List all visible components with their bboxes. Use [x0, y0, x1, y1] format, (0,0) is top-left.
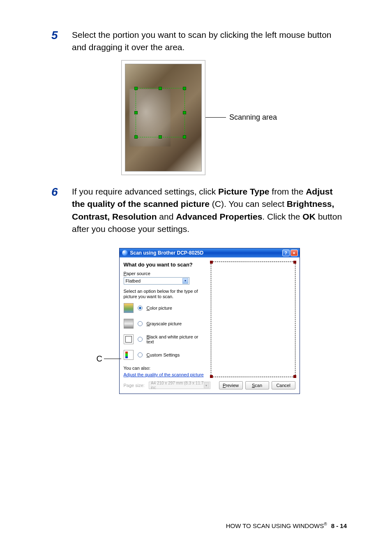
you-can-also-label: You can also:	[124, 366, 206, 371]
dialog-preview-pane[interactable]	[211, 262, 295, 378]
callout-c-marker: C	[97, 354, 121, 364]
t: Picture Type	[218, 187, 269, 196]
page-content: 5 Select the portion you want to scan by…	[0, 0, 392, 394]
paper-source-label: Paper source	[124, 271, 206, 276]
c-letter: C	[97, 354, 102, 364]
scan-dialog: Scan using Brother DCP-8025D ? × What do…	[119, 248, 300, 394]
dialog-title: Scan using Brother DCP-8025D	[130, 250, 204, 256]
option-custom-settings[interactable]: Custom Settings	[124, 350, 206, 360]
t: Advanced Properties	[176, 212, 262, 221]
option-label: Grayscale picture	[147, 321, 182, 326]
option-label: Black and white picture or text	[147, 334, 206, 344]
radio-color-picture[interactable]	[138, 306, 143, 310]
page-size-label: Page size:	[124, 383, 145, 388]
radio-custom-settings[interactable]	[138, 352, 143, 357]
dialog-body: What do you want to scan? Paper source F…	[120, 257, 300, 380]
paper-source-select[interactable]: Flatbed ▾	[124, 277, 189, 285]
page-size-value: A4 210 x 297 mm (8.3 x 11.7 inc	[151, 381, 204, 390]
help-button[interactable]: ?	[282, 250, 290, 256]
figure-scan-dialog: C Scan using Brother DCP-8025D ? × What …	[51, 248, 347, 394]
option-label: Color picture	[147, 306, 172, 310]
radio-grayscale-picture[interactable]	[138, 321, 143, 326]
radio-bw-picture[interactable]	[138, 337, 143, 342]
footer-text: HOW TO SCAN USING WINDOWS	[226, 522, 324, 529]
option-label: Custom Settings	[147, 352, 180, 357]
adjust-quality-link[interactable]: Adjust the quality of the scanned pictur…	[124, 372, 204, 377]
callout-scanning-area: Scanning area	[229, 113, 277, 122]
registered-mark: ®	[324, 522, 327, 526]
chevron-down-icon: ▾	[204, 382, 209, 388]
step-6-text: If you require advanced settings, click …	[72, 185, 347, 236]
dialog-titlebar[interactable]: Scan using Brother DCP-8025D ? ×	[120, 248, 300, 257]
color-picture-icon	[124, 303, 134, 313]
step-number-5: 5	[51, 29, 72, 54]
scanning-selection-box[interactable]	[136, 88, 185, 137]
option-bw-picture[interactable]: Black and white picture or text	[124, 334, 206, 344]
t: (C). You can select	[210, 199, 287, 208]
t: and	[157, 212, 176, 221]
page-footer: HOW TO SCAN USING WINDOWS® 8 - 14	[226, 522, 347, 529]
page-number: 8 - 14	[331, 522, 347, 529]
t: If you require advanced settings, click	[72, 187, 218, 196]
step-6: 6 If you require advanced settings, clic…	[51, 185, 347, 236]
option-grayscale-picture[interactable]: Grayscale picture	[124, 319, 206, 329]
preview-button[interactable]: Preview	[219, 381, 243, 389]
dialog-left-column: What do you want to scan? Paper source F…	[124, 262, 206, 378]
t: from the	[270, 187, 306, 196]
close-button[interactable]: ×	[291, 250, 298, 256]
step-5-text: Select the portion you want to scan by c…	[72, 29, 347, 54]
grayscale-picture-icon	[124, 319, 134, 329]
step-5: 5 Select the portion you want to scan by…	[51, 29, 347, 54]
preview-selection[interactable]	[211, 262, 295, 378]
scan-button[interactable]: Scan	[245, 381, 269, 389]
preview-image	[125, 64, 202, 171]
custom-settings-icon	[124, 350, 134, 360]
chevron-down-icon: ▾	[182, 278, 188, 284]
t: . Click the	[262, 212, 302, 221]
figure-preview-selection: Scanning area	[51, 60, 347, 175]
preview-frame	[121, 60, 205, 175]
t: OK	[302, 212, 316, 221]
cancel-button[interactable]: Cancel	[272, 381, 295, 389]
dialog-heading: What do you want to scan?	[124, 262, 206, 268]
paper-source-value: Flatbed	[126, 278, 141, 283]
option-color-picture[interactable]: Color picture	[124, 303, 206, 313]
step-number-6: 6	[51, 185, 72, 236]
dialog-footer: Page size: A4 210 x 297 mm (8.3 x 11.7 i…	[120, 380, 300, 394]
page-size-select: A4 210 x 297 mm (8.3 x 11.7 inc ▾	[149, 382, 210, 389]
bw-picture-icon	[124, 334, 134, 344]
picture-type-prompt: Select an option below for the type of p…	[124, 289, 206, 300]
scanner-icon	[122, 250, 128, 256]
